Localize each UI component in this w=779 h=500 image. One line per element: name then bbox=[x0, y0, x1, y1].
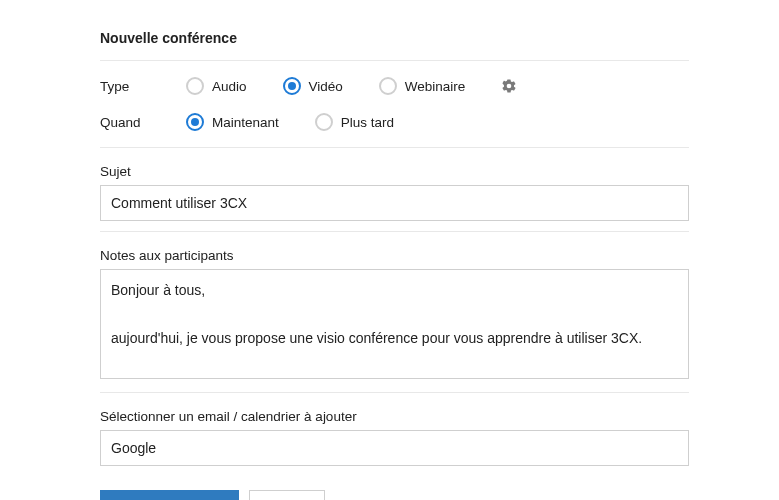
calendar-select[interactable]: Google bbox=[100, 430, 689, 466]
notes-section: Notes aux participants bbox=[100, 231, 689, 392]
cancel-button[interactable]: Annuler bbox=[249, 490, 326, 500]
notes-label: Notes aux participants bbox=[100, 248, 689, 263]
type-audio-label: Audio bbox=[212, 79, 247, 94]
when-later-label: Plus tard bbox=[341, 115, 394, 130]
type-webinar-radio[interactable]: Webinaire bbox=[379, 77, 466, 95]
type-audio-radio[interactable]: Audio bbox=[186, 77, 247, 95]
new-conference-panel: Nouvelle conférence Type Audio Vidéo Web… bbox=[100, 20, 689, 500]
calendar-label: Sélectionner un email / calendrier à ajo… bbox=[100, 409, 689, 424]
type-when-section: Type Audio Vidéo Webinaire Quand bbox=[100, 60, 689, 147]
calendar-section: Sélectionner un email / calendrier à ajo… bbox=[100, 392, 689, 476]
notes-textarea[interactable] bbox=[100, 269, 689, 379]
type-webinar-label: Webinaire bbox=[405, 79, 466, 94]
when-row: Quand Maintenant Plus tard bbox=[100, 113, 689, 131]
type-label: Type bbox=[100, 79, 150, 94]
when-now-radio[interactable]: Maintenant bbox=[186, 113, 279, 131]
type-video-label: Vidéo bbox=[309, 79, 343, 94]
subject-section: Sujet bbox=[100, 147, 689, 231]
gear-icon[interactable] bbox=[501, 78, 517, 94]
when-label: Quand bbox=[100, 115, 150, 130]
page-title: Nouvelle conférence bbox=[100, 20, 689, 60]
button-row: Créer une réunion Annuler bbox=[100, 490, 689, 500]
subject-label: Sujet bbox=[100, 164, 689, 179]
type-row: Type Audio Vidéo Webinaire bbox=[100, 77, 689, 95]
subject-input[interactable] bbox=[100, 185, 689, 221]
when-now-label: Maintenant bbox=[212, 115, 279, 130]
type-video-radio[interactable]: Vidéo bbox=[283, 77, 343, 95]
create-meeting-button[interactable]: Créer une réunion bbox=[100, 490, 239, 500]
when-later-radio[interactable]: Plus tard bbox=[315, 113, 394, 131]
